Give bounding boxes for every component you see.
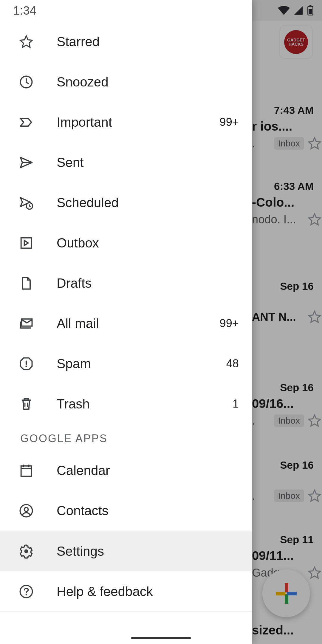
- cellular-signal-icon: [293, 6, 304, 15]
- navigation-drawer: Starred Snoozed Important 99+ Sent: [0, 0, 252, 644]
- drawer-item-label: Contacts: [57, 503, 239, 518]
- svg-rect-5: [21, 466, 32, 476]
- drawer-item-starred[interactable]: Starred: [0, 21, 252, 62]
- battery-icon: [307, 5, 314, 16]
- drawer-item-count: 1: [233, 397, 239, 410]
- svg-point-8: [24, 549, 28, 553]
- status-bar: 1:34: [0, 0, 322, 21]
- gesture-nav-handle[interactable]: [131, 637, 191, 639]
- status-time: 1:34: [13, 4, 36, 17]
- svg-rect-2: [21, 238, 32, 248]
- svg-point-10: [26, 594, 27, 595]
- svg-point-4: [25, 366, 27, 367]
- drawer-item-label: Outbox: [57, 236, 239, 250]
- drawer-section-header: GOOGLE APPS: [0, 424, 252, 450]
- star-outline-icon: [18, 34, 34, 49]
- drawer-item-drafts[interactable]: Drafts: [0, 263, 252, 303]
- drawer-item-label: All mail: [57, 316, 220, 331]
- wifi-icon: [278, 6, 290, 15]
- person-circle-icon: [18, 503, 34, 518]
- clock-icon: [18, 74, 34, 90]
- trash-icon: [18, 396, 34, 412]
- calendar-icon: [18, 463, 34, 478]
- help-circle-icon: [18, 584, 34, 599]
- drawer-item-label: Scheduled: [57, 195, 239, 210]
- drawer-item-label: Settings: [57, 544, 239, 559]
- stacked-mail-icon: [18, 316, 34, 331]
- drawer-item-snoozed[interactable]: Snoozed: [0, 62, 252, 102]
- drawer-item-label: Sent: [57, 155, 239, 170]
- drawer-item-label: Spam: [57, 356, 226, 371]
- drawer-item-outbox[interactable]: Outbox: [0, 223, 252, 263]
- drawer-item-label: Snoozed: [57, 75, 239, 89]
- drawer-item-help[interactable]: Help & feedback: [0, 571, 252, 612]
- drawer-item-calendar[interactable]: Calendar: [0, 450, 252, 490]
- outbox-icon: [18, 235, 34, 251]
- drawer-item-label: Starred: [57, 34, 239, 49]
- drawer-item-spam[interactable]: Spam 48: [0, 343, 252, 384]
- drawer-item-important[interactable]: Important 99+: [0, 102, 252, 142]
- drawer-item-label: Important: [57, 115, 220, 130]
- drawer-item-settings[interactable]: Settings: [0, 531, 252, 571]
- svg-point-7: [24, 507, 28, 511]
- gear-icon: [18, 544, 34, 559]
- drawer-item-count: 99+: [220, 317, 239, 330]
- drawer-item-sent[interactable]: Sent: [0, 142, 252, 182]
- file-icon: [18, 275, 34, 291]
- drawer-item-scheduled[interactable]: Scheduled: [0, 182, 252, 223]
- drawer-item-allmail[interactable]: All mail 99+: [0, 303, 252, 343]
- drawer-scrim[interactable]: [252, 0, 322, 644]
- drawer-item-label: Drafts: [57, 276, 239, 291]
- svg-rect-13: [309, 9, 312, 14]
- drawer-item-trash[interactable]: Trash 1: [0, 384, 252, 424]
- drawer-item-label: Help & feedback: [57, 584, 239, 599]
- scheduled-send-icon: [18, 195, 34, 210]
- spam-octagon-icon: [18, 356, 34, 371]
- drawer-item-count: 48: [226, 357, 239, 370]
- svg-rect-12: [309, 5, 312, 7]
- drawer-item-label: Calendar: [57, 463, 239, 478]
- drawer-item-count: 99+: [220, 116, 239, 129]
- important-label-icon: [18, 114, 34, 130]
- drawer-item-contacts[interactable]: Contacts: [0, 490, 252, 531]
- drawer-item-label: Trash: [57, 397, 233, 411]
- send-icon: [18, 155, 34, 170]
- divider: [0, 612, 252, 612]
